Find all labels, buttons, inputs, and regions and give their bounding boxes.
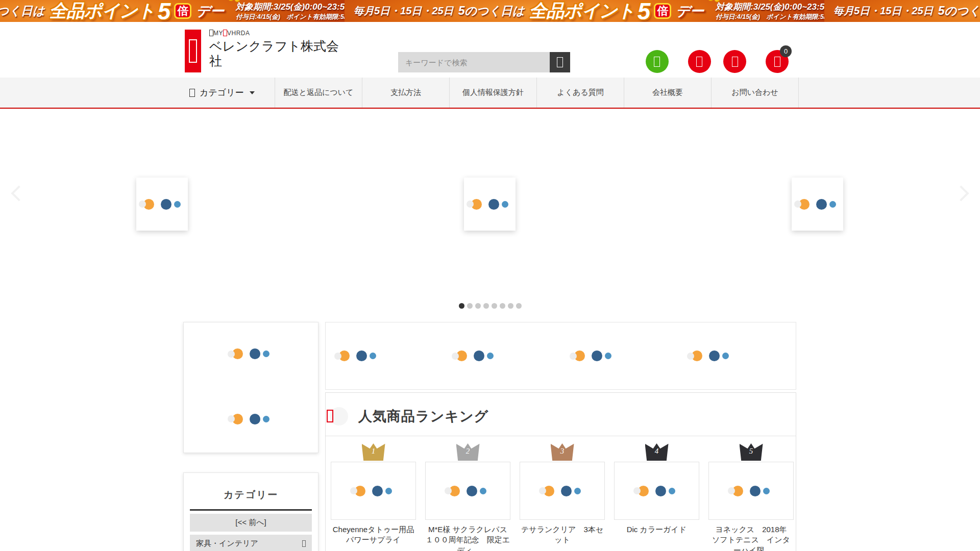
ranking-product-1[interactable]: 1 Cheyenneタトゥー用品 パワーサプライ (331, 443, 416, 551)
cart-count-badge: 0 (780, 45, 792, 57)
carousel-dot[interactable] (516, 303, 522, 309)
nav-item-privacy[interactable]: 個人情報保護方針 (450, 78, 537, 108)
placeholder-image-dots (232, 348, 270, 359)
category-divider (190, 509, 312, 511)
featured-products-box (325, 322, 796, 390)
promo-dee-text: デー (196, 2, 224, 20)
promo-banner[interactable]: 毎月5日・15日・25日 5のつく日は 全品ポイント 5 倍 デー 対象期間:3… (0, 0, 980, 22)
ranking-header: 人気商品ランキング (326, 393, 796, 436)
search-button[interactable] (550, 52, 570, 72)
product-name[interactable]: ヨネックス 2018年 ソフトテニス インターハイ限.. (708, 524, 794, 551)
missing-glyph-icon (654, 57, 660, 67)
carousel-slide-image[interactable] (464, 178, 516, 231)
product-name[interactable]: M*E様 サクラクレパス １００周年記念 限定エディ... (425, 524, 510, 551)
brand-name: ベレンクラフト株式会社 (209, 39, 348, 68)
product-image-placeholder[interactable] (614, 462, 699, 520)
sidebar-banner-box (183, 322, 318, 453)
missing-glyph-icon (223, 30, 227, 36)
carousel-dot[interactable] (492, 303, 497, 309)
product-image-placeholder[interactable] (708, 462, 794, 520)
account-icon[interactable] (646, 50, 669, 73)
rank-crown-bronze-icon: 3 (551, 443, 574, 461)
product-image-placeholder[interactable] (520, 462, 605, 520)
gold-coin-icon (707, 0, 714, 1)
product-name[interactable]: テサランクリア 3本セット (520, 524, 605, 545)
promo-lead-text: 5のつく日は (458, 3, 525, 19)
promo-big-number: 5 (158, 0, 171, 22)
missing-glyph-icon (696, 57, 702, 67)
sidebar-category-box: カテゴリー [<< 前へ] 家具・インテリア (183, 472, 318, 551)
category-item-furniture[interactable]: 家具・インテリア (190, 535, 312, 551)
search-bar (398, 52, 570, 72)
ranking-product-5[interactable]: 5 ヨネックス 2018年 ソフトテニス インターハイ限.. (708, 443, 794, 551)
category-prev-label[interactable]: [<< 前へ] (235, 518, 266, 528)
nav-item-payment[interactable]: 支払方法 (362, 78, 450, 108)
carousel-prev-arrow[interactable] (11, 185, 27, 201)
promo-banner-track: 毎月5日・15日・25日 5のつく日は 全品ポイント 5 倍 デー 対象期間:3… (0, 0, 980, 22)
category-prev-button[interactable]: [<< 前へ] (190, 514, 312, 532)
ranking-section: 人気商品ランキング 1 Cheyenneタトゥー用品 パワーサプライ 2 M*E… (325, 392, 796, 551)
rank-number: 2 (466, 447, 470, 456)
rank-number: 1 (372, 447, 376, 456)
placeholder-image-dots (471, 199, 508, 210)
site-logo[interactable]: MYVHRDA ベレンクラフト株式会社 (185, 30, 348, 72)
nav-category-label[interactable]: カテゴリー (200, 87, 244, 98)
carousel-next-arrow[interactable] (953, 185, 969, 201)
checkout-icon[interactable] (723, 50, 746, 73)
ranking-products-row: 1 Cheyenneタトゥー用品 パワーサプライ 2 M*E様 サクラクレパス … (326, 436, 796, 551)
featured-product[interactable] (561, 322, 678, 389)
brand-tagline: MYVHRDA (209, 30, 348, 37)
nav-item-faq[interactable]: よくある質問 (537, 78, 624, 108)
sidebar-banner-image[interactable] (232, 414, 270, 427)
promo-banner-segment: 毎月5日・15日・25日 5のつく日は 全品ポイント 5 倍 デー 対象期間:3… (0, 0, 345, 22)
carousel-pagination (0, 303, 980, 309)
category-item-label[interactable]: 家具・インテリア (196, 539, 258, 548)
placeholder-image-dots (574, 350, 611, 361)
product-name[interactable]: Cheyenneタトゥー用品 パワーサプライ (331, 524, 416, 545)
featured-product[interactable] (326, 322, 443, 389)
placeholder-image-dots (799, 199, 836, 210)
ranking-product-3[interactable]: 3 テサランクリア 3本セット (520, 443, 605, 551)
ranking-title: 人気商品ランキング (358, 407, 488, 425)
promo-lead-text: 5のつく日は (0, 3, 45, 19)
login-icon[interactable] (688, 50, 711, 73)
placeholder-image-dots (456, 350, 494, 361)
nav-item-shipping-returns[interactable]: 配送と返品について (275, 78, 362, 108)
carousel-slide-image[interactable] (792, 178, 843, 231)
carousel-dot[interactable] (483, 303, 489, 309)
product-name[interactable]: Dic カラーガイド (627, 524, 687, 535)
product-image-placeholder[interactable] (425, 462, 510, 520)
nav-item-company[interactable]: 会社概要 (624, 78, 712, 108)
cart-icon[interactable]: 0 (766, 50, 789, 73)
sidebar-banner-image[interactable] (232, 348, 270, 361)
missing-glyph-icon (209, 30, 213, 36)
product-image-placeholder[interactable] (331, 462, 416, 520)
carousel-dot[interactable] (508, 303, 513, 309)
placeholder-image-dots (692, 350, 729, 361)
search-input[interactable] (398, 52, 550, 72)
ranking-product-4[interactable]: 4 Dic カラーガイド (614, 443, 699, 551)
promo-bai-badge: 倍 (174, 3, 191, 19)
carousel-dot-active[interactable] (459, 303, 464, 309)
placeholder-image-dots (355, 486, 392, 496)
ranking-crown-icon (330, 407, 348, 425)
featured-product[interactable] (678, 322, 796, 389)
carousel-dot[interactable] (500, 303, 505, 309)
carousel-dot[interactable] (467, 303, 473, 309)
nav-item-contact[interactable]: お問い合わせ (712, 78, 799, 108)
promo-headline-text: 全品ポイント (50, 0, 155, 22)
carousel-dot[interactable] (475, 303, 481, 309)
placeholder-image-dots (544, 486, 581, 496)
main-nav: カテゴリー 配送と返品について 支払方法 個人情報保護方針 よくある質問 会社概… (0, 78, 980, 109)
nav-category-menu[interactable]: カテゴリー (186, 78, 275, 108)
featured-product[interactable] (443, 322, 560, 389)
brand-tagline-left: MY (213, 30, 223, 37)
missing-glyph-icon (327, 410, 333, 422)
ranking-product-2[interactable]: 2 M*E様 サクラクレパス １００周年記念 限定エディ... (425, 443, 510, 551)
rank-crown-dark-icon: 5 (740, 443, 763, 461)
carousel-slide-image[interactable] (136, 178, 188, 231)
rank-crown-dark-icon: 4 (645, 443, 669, 461)
promo-big-number: 5 (638, 0, 651, 22)
gold-coin-icon (228, 0, 234, 1)
rank-number: 4 (655, 447, 659, 456)
